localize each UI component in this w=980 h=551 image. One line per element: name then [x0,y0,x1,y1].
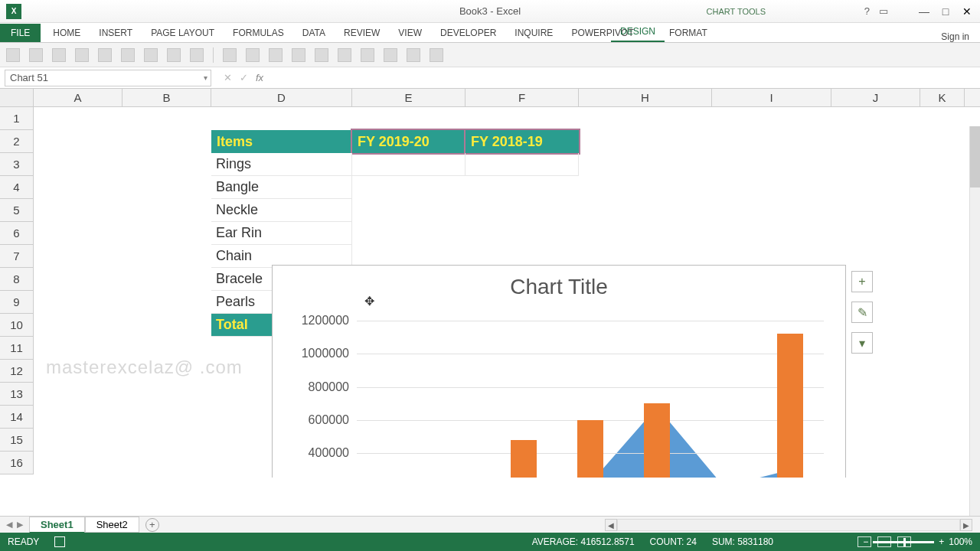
toolbar-icon[interactable] [29,48,43,62]
column-header[interactable]: F [466,89,579,106]
tab-review[interactable]: REVIEW [335,24,389,42]
cell[interactable]: Rings [211,153,352,176]
row-header[interactable]: 9 [0,291,34,314]
tab-home[interactable]: HOME [44,24,90,42]
row-header[interactable]: 16 [0,452,34,474]
row-header[interactable]: 13 [0,383,34,406]
formula-enter-icon[interactable]: ✓ [240,72,248,83]
toolbar-icon[interactable] [361,48,374,62]
sheet-tab-2[interactable]: Sheet2 [85,517,139,533]
column-header[interactable]: E [352,89,466,106]
tab-format[interactable]: FORMAT [660,24,717,42]
tab-formulas[interactable]: FORMULAS [224,24,293,42]
zoom-out-button[interactable]: − [863,536,868,547]
spreadsheet-grid[interactable]: ABDEFHIJK 12345678910111213141516 ItemsF… [0,89,980,478]
toolbar-icon[interactable] [315,48,328,62]
select-all-corner[interactable] [0,89,34,106]
toolbar-icon[interactable] [407,48,420,62]
ribbon-display-icon[interactable]: ▭ [879,5,888,17]
embedded-chart[interactable]: Chart Title -200000400000600000800000100… [272,265,846,478]
tab-inquire[interactable]: INQUIRE [505,24,562,42]
sheet-tab-1[interactable]: Sheet1 [29,517,85,533]
cell[interactable]: FY 2019-20 [352,130,466,153]
column-header[interactable]: B [122,89,211,106]
toolbar-icon[interactable] [98,48,112,62]
file-tab[interactable]: FILE [0,24,41,42]
toolbar-icon[interactable] [223,48,237,62]
tab-page-layout[interactable]: PAGE LAYOUT [142,24,224,42]
add-sheet-button[interactable]: + [145,518,159,532]
cell[interactable] [352,153,466,176]
column-header[interactable]: H [579,89,712,106]
toolbar-icon[interactable] [384,48,397,62]
tab-view[interactable]: VIEW [389,24,431,42]
column-header[interactable]: J [831,89,920,106]
column-header[interactable]: A [34,89,122,106]
maximize-button[interactable]: □ [936,4,956,19]
toolbar-icon[interactable] [167,48,181,62]
horizontal-scrollbar[interactable]: ◀ ▶ [605,519,972,531]
toolbar-icon[interactable] [338,48,351,62]
fx-icon[interactable]: fx [256,72,263,83]
chart-styles-button[interactable]: ✎ [851,302,873,323]
signin-link[interactable]: Sign in [941,31,969,42]
zoom-slider[interactable] [873,541,934,543]
cell[interactable]: Items [211,130,352,153]
chart-filters-button[interactable]: ▾ [851,332,873,354]
chart-title[interactable]: Chart Title [273,266,845,302]
name-box[interactable]: Chart 51 [5,70,211,86]
chart-bar[interactable] [644,403,670,478]
toolbar-icon[interactable] [121,48,135,62]
row-header[interactable]: 14 [0,406,34,429]
row-header[interactable]: 10 [0,314,34,337]
formula-input[interactable] [263,70,980,86]
row-header[interactable]: 12 [0,360,34,383]
tab-data[interactable]: DATA [293,24,335,42]
tab-design[interactable]: DESIGN [611,22,665,42]
row-header[interactable]: 3 [0,153,34,176]
close-button[interactable]: ✕ [957,4,977,19]
macro-record-icon[interactable] [54,536,65,547]
help-icon[interactable]: ? [864,5,870,17]
cell[interactable]: FY 2018-19 [466,130,579,153]
toolbar-icon[interactable] [75,48,89,62]
sheet-nav-next-icon[interactable]: ▶ [17,520,23,530]
chart-elements-button[interactable]: + [851,271,873,292]
cell[interactable]: Ear Rin [211,222,352,245]
toolbar-icon[interactable] [292,48,305,62]
toolbar-icon[interactable] [246,48,260,62]
chart-bar[interactable] [511,440,537,478]
formula-cancel-icon[interactable]: ✕ [224,72,232,83]
row-header[interactable]: 8 [0,268,34,291]
row-header[interactable]: 4 [0,176,34,199]
cell[interactable]: Bangle [211,176,352,199]
row-header[interactable]: 15 [0,429,34,452]
zoom-level[interactable]: 100% [949,536,972,547]
row-header[interactable]: 1 [0,107,34,130]
tab-developer[interactable]: DEVELOPER [431,24,505,42]
tab-insert[interactable]: INSERT [90,24,142,42]
toolbar-icon[interactable] [190,48,204,62]
scroll-left-icon[interactable]: ◀ [605,519,617,531]
toolbar-icon[interactable] [269,48,283,62]
toolbar-icon[interactable] [430,48,443,62]
row-header[interactable]: 7 [0,245,34,268]
chart-bar[interactable] [777,334,803,478]
toolbar-icon[interactable] [6,48,20,62]
column-header[interactable]: I [712,89,831,106]
row-header[interactable]: 5 [0,199,34,222]
scroll-right-icon[interactable]: ▶ [960,519,972,531]
chart-plot-area[interactable]: -20000040000060000080000010000001200000R… [357,321,824,478]
column-header[interactable]: K [920,89,965,106]
chart-bar[interactable] [577,420,603,478]
vertical-scrollbar[interactable] [969,126,980,516]
row-header[interactable]: 2 [0,130,34,153]
minimize-button[interactable]: — [914,4,934,19]
sheet-nav-prev-icon[interactable]: ◀ [6,520,12,530]
column-header[interactable]: D [211,89,352,106]
row-header[interactable]: 11 [0,337,34,360]
toolbar-icon[interactable] [144,48,158,62]
zoom-in-button[interactable]: + [939,536,944,547]
toolbar-icon[interactable] [52,48,66,62]
cell[interactable]: Neckle [211,199,352,222]
